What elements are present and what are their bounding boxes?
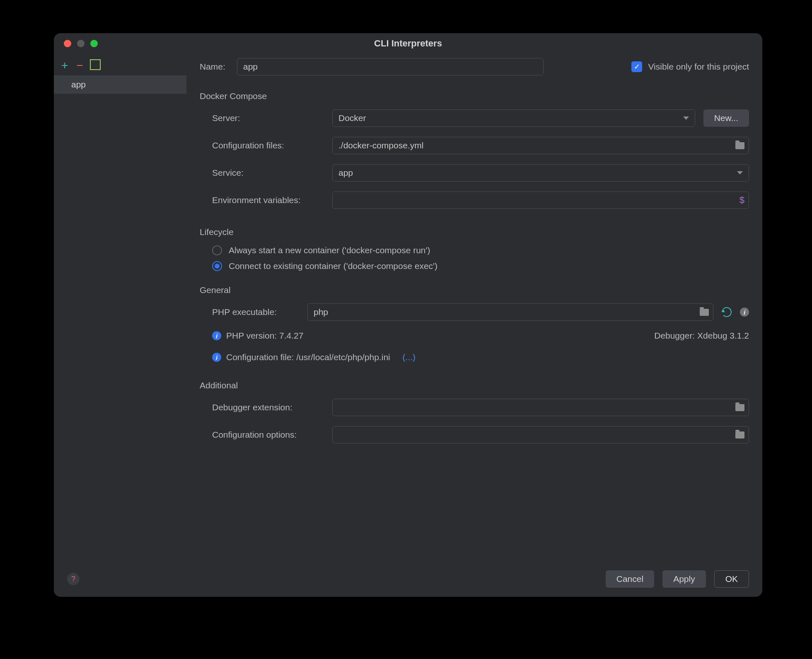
env-vars-icon[interactable]: $ [740,195,744,206]
server-value: Docker [338,113,366,123]
lifecycle-option-exec[interactable]: Connect to existing container ('docker-c… [212,261,749,271]
php-exec-label: PHP executable: [212,307,299,317]
section-docker-compose: Docker Compose [200,91,749,101]
debugger-ext-input[interactable] [332,399,749,416]
service-label: Service: [212,168,332,178]
service-value: app [338,168,353,178]
config-files-label: Configuration files: [212,141,332,150]
lifecycle-exec-label: Connect to existing container ('docker-c… [229,261,437,271]
new-server-button[interactable]: New... [703,109,749,127]
name-label: Name: [200,62,237,72]
php-exec-input[interactable]: php [307,303,713,321]
minimize-window-icon[interactable] [77,40,85,47]
name-input[interactable] [237,58,544,75]
config-files-input[interactable]: ./docker-compose.yml [332,137,749,154]
php-version-label: PHP version: 7.4.27 [226,331,303,341]
info-icon: i [212,353,221,362]
maximize-window-icon[interactable] [90,40,98,47]
service-select[interactable]: app [332,164,749,182]
config-file-more[interactable]: (...) [403,352,416,362]
chevron-down-icon [683,116,689,120]
interpreter-list-item[interactable]: app [54,75,186,94]
dialog-footer: ? Cancel Apply OK [54,561,762,597]
radio-icon[interactable] [212,245,222,255]
lifecycle-option-run[interactable]: Always start a new container ('docker-co… [212,245,749,255]
radio-icon[interactable] [212,261,222,271]
reload-icon[interactable] [722,307,732,317]
server-select[interactable]: Docker [332,109,695,127]
config-opts-input[interactable] [332,426,749,443]
interpreter-list: app [54,75,186,561]
env-vars-label: Environment variables: [212,195,332,205]
server-label: Server: [212,113,332,123]
lifecycle-run-label: Always start a new container ('docker-co… [229,245,430,255]
folder-icon[interactable] [735,404,744,411]
info-icon: i [212,331,221,340]
remove-interpreter-icon[interactable]: − [76,59,83,72]
config-files-value: ./docker-compose.yml [338,141,735,150]
visible-only-checkbox[interactable]: ✓ [631,61,642,72]
config-file-label: Configuration file: /usr/local/etc/php/p… [226,352,390,362]
visible-only-label: Visible only for this project [648,62,749,72]
titlebar: CLI Interpreters [54,33,762,54]
close-window-icon[interactable] [64,40,71,47]
debugger-label: Debugger: Xdebug 3.1.2 [654,331,749,341]
copy-interpreter-icon[interactable] [92,61,101,70]
config-opts-label: Configuration options: [212,430,332,440]
info-icon[interactable]: i [740,308,749,317]
chevron-down-icon [737,171,743,174]
cli-interpreters-dialog: CLI Interpreters + − app Name: ✓ Visible… [54,33,762,597]
php-exec-value: php [314,307,700,317]
section-lifecycle: Lifecycle [200,227,749,237]
content-panel: Name: ✓ Visible only for this project Do… [186,54,762,561]
window-controls [54,40,98,47]
help-icon[interactable]: ? [67,573,80,585]
section-general: General [200,285,749,295]
add-interpreter-icon[interactable]: + [61,59,68,72]
section-additional: Additional [200,380,749,390]
env-vars-input[interactable]: $ [332,191,749,209]
sidebar: + − app [54,54,186,561]
ok-button[interactable]: OK [714,570,749,588]
apply-button[interactable]: Apply [662,570,706,588]
visible-only-project[interactable]: ✓ Visible only for this project [631,61,749,72]
folder-icon[interactable] [735,431,744,439]
folder-icon[interactable] [700,309,709,316]
sidebar-toolbar: + − [54,54,186,75]
folder-icon[interactable] [735,142,744,149]
window-title: CLI Interpreters [54,38,762,49]
cancel-button[interactable]: Cancel [606,570,654,588]
debugger-ext-label: Debugger extension: [212,402,332,412]
